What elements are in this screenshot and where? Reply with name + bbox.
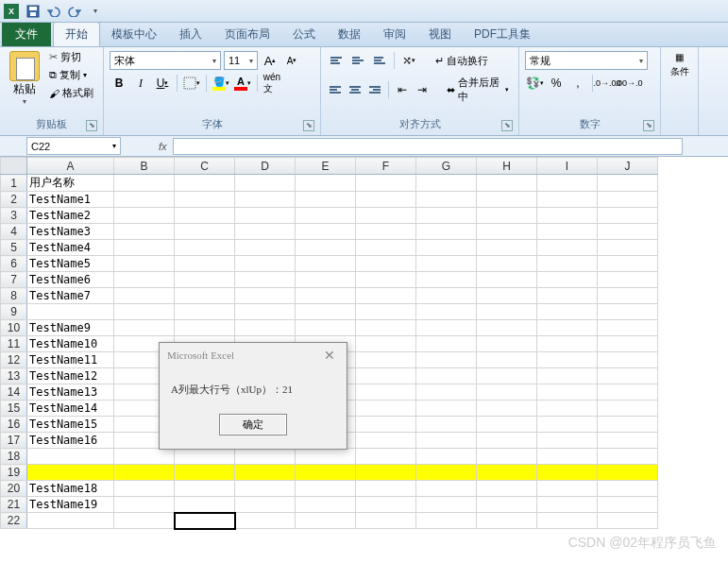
- cell[interactable]: [356, 433, 416, 449]
- row-header[interactable]: 21: [1, 497, 27, 513]
- cell[interactable]: [114, 497, 175, 513]
- cell[interactable]: TestName16: [27, 433, 114, 449]
- cell[interactable]: [296, 256, 356, 272]
- name-box[interactable]: C22▾: [26, 137, 121, 155]
- phonetic-button[interactable]: wén文: [262, 74, 281, 93]
- cell[interactable]: [175, 513, 235, 529]
- cell[interactable]: [477, 449, 537, 465]
- accounting-format-button[interactable]: 💱▾: [525, 74, 544, 93]
- cell[interactable]: [598, 433, 658, 449]
- number-format-combo[interactable]: 常规▾: [525, 51, 648, 70]
- align-middle-button[interactable]: [348, 51, 367, 70]
- cell[interactable]: [27, 304, 114, 320]
- cell[interactable]: [296, 192, 356, 208]
- cell[interactable]: [356, 304, 416, 320]
- cell[interactable]: [598, 384, 658, 401]
- row-header[interactable]: 4: [1, 224, 27, 240]
- cell[interactable]: [477, 368, 537, 384]
- cell[interactable]: [598, 368, 658, 384]
- cell[interactable]: [537, 320, 598, 336]
- cell[interactable]: [598, 336, 658, 352]
- cell[interactable]: [416, 417, 477, 433]
- align-right-button[interactable]: [366, 80, 383, 99]
- cell[interactable]: TestName7: [27, 288, 114, 304]
- cell[interactable]: TestName5: [27, 256, 114, 272]
- undo-button[interactable]: [44, 2, 63, 21]
- cell[interactable]: [416, 401, 477, 417]
- cell[interactable]: [356, 208, 416, 224]
- cell[interactable]: [477, 224, 537, 240]
- cell[interactable]: [598, 208, 658, 224]
- fill-color-button[interactable]: 🪣▾: [212, 74, 230, 93]
- cell[interactable]: [235, 304, 296, 320]
- cell[interactable]: [477, 417, 537, 433]
- cell[interactable]: [416, 320, 477, 336]
- cell[interactable]: [235, 256, 296, 272]
- cell[interactable]: [416, 240, 477, 256]
- cell[interactable]: [537, 240, 598, 256]
- cell[interactable]: [356, 192, 416, 208]
- tab-insert[interactable]: 插入: [168, 23, 213, 46]
- row-header[interactable]: 8: [1, 288, 27, 304]
- cell[interactable]: [175, 320, 235, 336]
- align-left-button[interactable]: [327, 80, 344, 99]
- cell[interactable]: [114, 481, 175, 497]
- cell[interactable]: [416, 384, 477, 401]
- cell[interactable]: [477, 272, 537, 288]
- cell[interactable]: [356, 384, 416, 401]
- cell[interactable]: [175, 497, 235, 513]
- cell[interactable]: [477, 175, 537, 192]
- cell[interactable]: [598, 224, 658, 240]
- cell[interactable]: [114, 175, 175, 192]
- cut-button[interactable]: ✂剪切: [47, 49, 95, 65]
- cell[interactable]: [175, 240, 235, 256]
- column-header[interactable]: A: [27, 158, 114, 175]
- cell[interactable]: [537, 481, 598, 497]
- tab-review[interactable]: 审阅: [372, 23, 417, 46]
- cell[interactable]: [598, 401, 658, 417]
- cell[interactable]: [114, 288, 175, 304]
- cell[interactable]: [235, 208, 296, 224]
- cell[interactable]: [477, 352, 537, 368]
- cell[interactable]: [598, 320, 658, 336]
- cell[interactable]: [296, 208, 356, 224]
- conditional-format-button[interactable]: ▦条件: [665, 51, 694, 79]
- cell[interactable]: [598, 175, 658, 192]
- cell[interactable]: [235, 272, 296, 288]
- cell[interactable]: [416, 465, 477, 481]
- cell[interactable]: TestName18: [27, 481, 114, 497]
- cell[interactable]: [356, 320, 416, 336]
- cell[interactable]: [235, 288, 296, 304]
- cell[interactable]: [537, 497, 598, 513]
- cell[interactable]: TestName19: [27, 497, 114, 513]
- cell[interactable]: [356, 417, 416, 433]
- row-header[interactable]: 22: [1, 513, 27, 529]
- column-header[interactable]: C: [175, 158, 235, 175]
- percent-button[interactable]: %: [547, 74, 566, 93]
- cell[interactable]: [296, 175, 356, 192]
- cell[interactable]: [537, 449, 598, 465]
- cell[interactable]: TestName9: [27, 320, 114, 336]
- column-header[interactable]: F: [356, 158, 416, 175]
- underline-button[interactable]: U▾: [153, 74, 172, 93]
- cell[interactable]: [356, 272, 416, 288]
- cell[interactable]: TestName6: [27, 272, 114, 288]
- cell[interactable]: [356, 256, 416, 272]
- merge-center-button[interactable]: ⬌合并后居中▾: [443, 74, 513, 106]
- cell[interactable]: TestName3: [27, 224, 114, 240]
- row-header[interactable]: 13: [1, 368, 27, 384]
- cell[interactable]: [537, 384, 598, 401]
- row-header[interactable]: 3: [1, 208, 27, 224]
- cell[interactable]: [537, 304, 598, 320]
- cell[interactable]: [598, 256, 658, 272]
- select-all-corner[interactable]: [1, 158, 27, 175]
- dialog-titlebar[interactable]: Microsoft Excel ✕: [160, 343, 347, 367]
- cell[interactable]: [296, 304, 356, 320]
- cell[interactable]: 用户名称: [27, 175, 114, 192]
- wrap-text-button[interactable]: ↵自动换行: [432, 52, 492, 70]
- column-header[interactable]: I: [537, 158, 598, 175]
- cell[interactable]: [537, 272, 598, 288]
- cell[interactable]: [477, 465, 537, 481]
- cell[interactable]: [416, 336, 477, 352]
- cell[interactable]: [477, 401, 537, 417]
